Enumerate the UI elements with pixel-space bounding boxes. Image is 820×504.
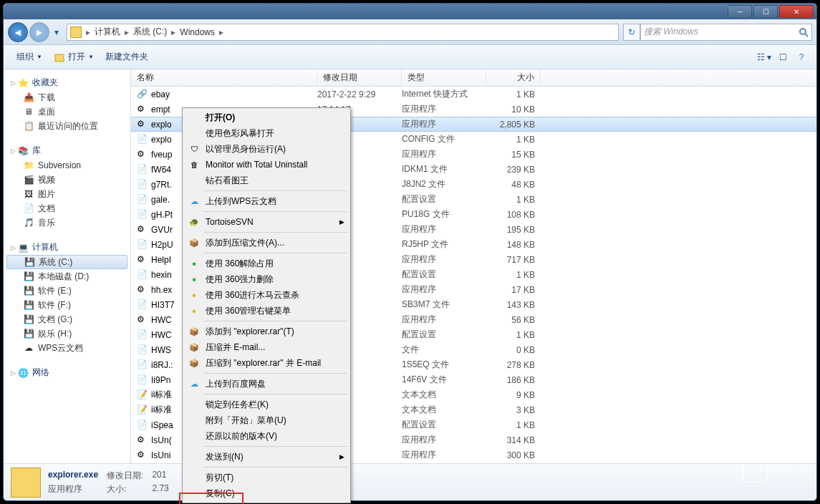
refresh-button[interactable]: ↻	[623, 24, 640, 41]
cm-compress-email[interactable]: 📦压缩并 E-mail...	[184, 339, 349, 355]
sidebar-item-wps-cloud[interactable]: ☁WPS云文档	[6, 341, 127, 355]
cm-360-trojan-scan[interactable]: ●使用 360进行木马云查杀	[184, 287, 349, 303]
column-date[interactable]: 修改日期	[317, 69, 402, 86]
sidebar-item-drive-f[interactable]: 💾软件 (F:)	[6, 298, 127, 312]
rar-icon: 📦	[188, 357, 201, 369]
column-size[interactable]: 大小	[486, 69, 541, 86]
sidebar-item-desktop[interactable]: 🖥桌面	[6, 105, 127, 119]
cm-cut[interactable]: 剪切(T)	[184, 470, 349, 485]
crumb-drive[interactable]: 系统 (C:)	[130, 26, 170, 38]
document-icon: 📄	[22, 203, 35, 214]
cm-360-force-delete[interactable]: ●使用 360强力删除	[184, 271, 349, 287]
details-type: 应用程序	[48, 483, 98, 495]
back-button[interactable]: ◄	[8, 22, 28, 42]
forward-button[interactable]: ►	[29, 22, 49, 42]
cm-open[interactable]: 打开(O)	[184, 110, 349, 125]
file-type: 配置设置	[402, 419, 486, 431]
file-type: 应用程序	[402, 284, 486, 296]
sidebar-item-drive-e[interactable]: 💾软件 (E:)	[6, 284, 127, 298]
cm-pin-taskbar[interactable]: 锁定到任务栏(K)	[184, 397, 349, 412]
svg-point-0	[800, 29, 806, 34]
search-input[interactable]: 搜索 Windows	[640, 24, 812, 41]
cm-pin-start[interactable]: 附到「开始」菜单(U)	[184, 412, 349, 428]
cm-restore[interactable]: 还原以前的版本(V)	[184, 428, 349, 444]
cm-add-rar[interactable]: 📦添加到 "explorer.rar"(T)	[184, 324, 349, 339]
sidebar-item-drive-g[interactable]: 💾文档 (G:)	[6, 312, 127, 326]
close-button[interactable]: ✕	[779, 5, 814, 18]
sidebar-item-music[interactable]: 🎵音乐	[6, 215, 127, 230]
cm-color-storm[interactable]: 使用色彩风暴打开	[184, 125, 349, 141]
file-size: 0 KB	[486, 345, 541, 355]
sidebar-item-subversion[interactable]: 📁Subversion	[6, 158, 127, 173]
file-size: 3 KB	[486, 405, 541, 415]
file-row[interactable]: 🔗ebay2017-2-22 9:29Internet 快捷方式1 KB	[131, 87, 816, 102]
chevron-right-icon[interactable]: ▸	[85, 27, 92, 37]
sidebar-favorites[interactable]: ▷⭐收藏夹	[6, 75, 127, 90]
sidebar-item-downloads[interactable]: 📥下载	[6, 90, 127, 105]
cm-diamond[interactable]: 钻石看图王	[184, 173, 349, 188]
column-name[interactable]: 名称	[131, 69, 317, 86]
file-size: 1 KB	[486, 330, 541, 340]
sidebar-computer[interactable]: ▷💻计算机	[6, 240, 127, 255]
help-button[interactable]: ?	[794, 49, 809, 65]
file-size: 314 KB	[486, 435, 541, 445]
open-button[interactable]: 打开▼	[48, 49, 100, 66]
chevron-right-icon[interactable]: ▸	[123, 27, 130, 37]
sidebar-libraries[interactable]: ▷📚库	[6, 143, 127, 158]
sidebar-network[interactable]: ▷🌐网络	[6, 365, 127, 380]
minimize-button[interactable]: ─	[728, 5, 752, 18]
cm-send-to[interactable]: 发送到(N)▶	[184, 449, 349, 465]
cm-rar-email[interactable]: 📦压缩到 "explorer.rar" 并 E-mail	[184, 355, 349, 371]
cm-add-archive[interactable]: 📦添加到压缩文件(A)...	[184, 235, 349, 251]
new-folder-button[interactable]: 新建文件夹	[100, 49, 154, 66]
sidebar-item-pictures[interactable]: 🖼图片	[6, 187, 127, 201]
file-icon: 📄	[137, 239, 148, 251]
cm-monitor-uninstall[interactable]: 🗑Monitor with Total Uninstall	[184, 157, 349, 173]
desktop-icon: 🖥	[22, 106, 35, 117]
file-size: 278 KB	[486, 360, 541, 370]
network-icon: 🌐	[16, 367, 29, 379]
sidebar-item-drive-h[interactable]: 💾娱乐 (H:)	[6, 326, 127, 341]
view-options-button[interactable]: ☷ ▾	[756, 49, 772, 65]
crumb-folder[interactable]: Windows	[177, 27, 218, 37]
chevron-right-icon[interactable]: ▸	[170, 27, 177, 37]
crumb-computer[interactable]: 计算机	[92, 26, 123, 38]
file-type: 文件	[402, 344, 486, 356]
cm-tortoisesvn[interactable]: 🐢TortoiseSVN▶	[184, 214, 349, 230]
file-icon: 📄	[137, 344, 148, 356]
sidebar-item-videos[interactable]: 🎬视频	[6, 173, 127, 187]
file-icon: 📄	[137, 209, 148, 220]
file-type: 应用程序	[402, 253, 486, 266]
folder-icon	[70, 26, 82, 38]
cm-wps-upload[interactable]: ☁上传到WPS云文档	[184, 193, 349, 209]
file-icon: ⚙	[137, 119, 148, 130]
computer-icon: 💻	[16, 242, 29, 253]
baidu-icon: ☁	[188, 377, 201, 390]
file-icon: 📄	[137, 359, 148, 371]
cm-baidu-upload[interactable]: ☁上传到百度网盘	[184, 376, 349, 392]
cm-run-admin[interactable]: 🛡以管理员身份运行(A)	[184, 141, 349, 157]
breadcrumb[interactable]: ▸ 计算机 ▸ 系统 (C:) ▸ Windows ▸	[67, 24, 619, 41]
file-type: 应用程序	[402, 118, 486, 130]
file-icon: 📄	[137, 299, 148, 311]
cm-360-unlock[interactable]: ●使用 360解除占用	[184, 256, 349, 271]
file-size: 10 KB	[486, 105, 541, 115]
sidebar-item-drive-d[interactable]: 💾本地磁盘 (D:)	[6, 269, 127, 284]
preview-pane-button[interactable]: ☐	[775, 49, 791, 65]
sidebar-item-recent[interactable]: 📋最近访问的位置	[6, 119, 127, 133]
maximize-button[interactable]: ☐	[753, 5, 778, 18]
file-type: J8JN2 文件	[402, 178, 486, 190]
file-size: 17 KB	[486, 285, 541, 295]
cm-360-menu[interactable]: ●使用 360管理右键菜单	[184, 303, 349, 319]
cm-copy[interactable]: 复制(C)	[184, 485, 349, 501]
drive-icon: 💾	[23, 256, 36, 268]
file-size: 56 KB	[486, 315, 541, 325]
file-icon: ⚙	[137, 435, 148, 446]
star-icon: ⭐	[16, 77, 29, 89]
chevron-right-icon[interactable]: ▸	[218, 27, 225, 37]
history-dropdown[interactable]: ▾	[51, 27, 62, 37]
column-type[interactable]: 类型	[402, 69, 486, 86]
sidebar-item-documents[interactable]: 📄文档	[6, 201, 127, 215]
organize-button[interactable]: 组织▼	[11, 49, 48, 66]
sidebar-item-drive-c[interactable]: 💾系统 (C:)	[6, 255, 127, 269]
